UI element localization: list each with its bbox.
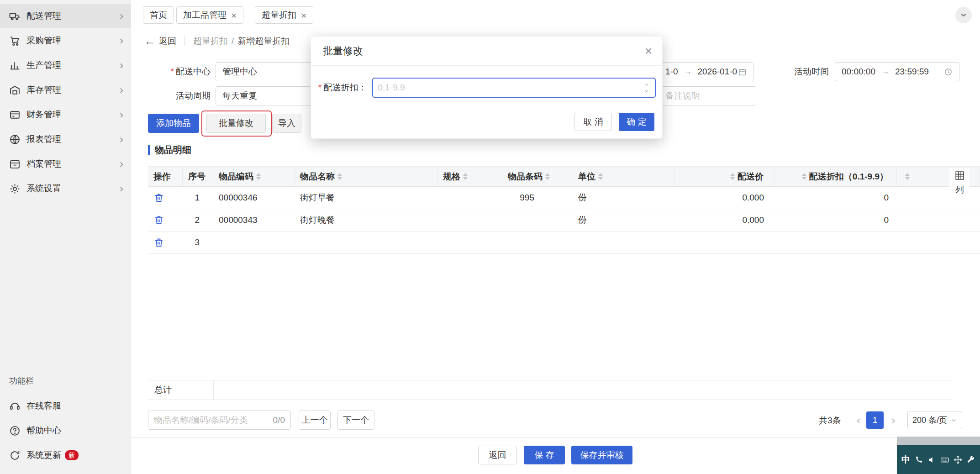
previous-button[interactable]: 上一个	[299, 411, 331, 430]
sidebar-item-system-update[interactable]: 系统更新 新	[0, 443, 131, 468]
column-header-spec[interactable]: 规格	[437, 167, 502, 186]
discount-input[interactable]	[373, 83, 638, 93]
update-icon	[9, 450, 21, 461]
sidebar-item-label: 在线客服	[26, 400, 61, 412]
collapse-tabs-button[interactable]	[955, 7, 972, 23]
column-header-operation: 操作	[148, 167, 183, 186]
item-search-input[interactable]	[154, 415, 269, 425]
move-icon[interactable]	[954, 455, 963, 464]
column-settings-button[interactable]: 列	[949, 168, 969, 197]
chevron-right-icon: ›	[120, 35, 123, 46]
app-root: 配送管理 › 采购管理 › 生产管理 › 库存	[0, 0, 980, 474]
modal-title: 批量修改	[323, 44, 363, 58]
cell-price	[674, 232, 775, 253]
cell-barcode	[502, 209, 566, 231]
activity-time-label: 活动时间	[792, 63, 829, 81]
sidebar-item-label: 系统更新	[26, 449, 61, 461]
sidebar-item-help-center[interactable]: 帮助中心	[0, 418, 131, 443]
cell-name	[295, 232, 437, 253]
clock-icon	[944, 68, 953, 76]
table-row: 2 00000343 街灯晚餐 份 0.000 0	[148, 209, 980, 232]
sidebar-function-section: 功能栏 在线客服 帮助中心 系统更新 新	[0, 375, 131, 468]
arrow-left-icon: ←	[144, 35, 155, 47]
sort-icon	[545, 173, 550, 180]
cancel-button[interactable]: 取 消	[574, 113, 612, 131]
report-globe-icon	[9, 134, 21, 145]
pagination-page-1[interactable]: 1	[866, 411, 884, 429]
pagination-prev-icon[interactable]: ‹	[853, 411, 864, 429]
page-size-value: 200 条/页	[912, 415, 947, 426]
phone-icon[interactable]	[914, 455, 923, 464]
column-header-unit[interactable]: 单位	[566, 167, 674, 186]
delete-row-button[interactable]	[153, 192, 165, 204]
tab-excess-discount[interactable]: 超量折扣 ×	[255, 6, 313, 24]
production-chart-icon	[9, 60, 21, 71]
number-spinner[interactable]	[638, 79, 655, 97]
sidebar-item-inventory[interactable]: 库存管理 ›	[0, 78, 131, 102]
sort-icon	[598, 173, 603, 180]
activity-time-range-picker[interactable]: 00:00:00 → 23:59:59	[835, 62, 959, 81]
delete-row-button[interactable]	[153, 237, 165, 248]
tab-processed-goods[interactable]: 加工品管理 ×	[176, 6, 243, 24]
cell-seq: 2	[183, 209, 213, 231]
remark-input[interactable]: 备注说明	[659, 86, 756, 105]
chevron-right-icon: ›	[120, 60, 123, 71]
sort-icon	[802, 173, 806, 180]
add-item-button[interactable]: 添加物品	[148, 114, 199, 133]
sidebar-item-reports[interactable]: 报表管理 ›	[0, 127, 131, 152]
sidebar-item-label: 报表管理	[26, 133, 61, 145]
save-and-audit-button[interactable]: 保存并审核	[571, 446, 632, 464]
sidebar-item-finance[interactable]: 财务管理 ›	[0, 102, 131, 127]
column-header-price[interactable]: 配送价	[674, 167, 775, 186]
tab-home[interactable]: 首页	[143, 6, 174, 24]
column-header-barcode[interactable]: 物品条码	[502, 167, 566, 186]
spinner-down-icon	[643, 89, 650, 93]
sidebar-item-production[interactable]: 生产管理 ›	[0, 53, 131, 78]
total-row-divider	[213, 380, 214, 400]
sidebar-item-purchase[interactable]: 采购管理 ›	[0, 28, 131, 53]
close-icon[interactable]: ×	[645, 45, 652, 58]
sidebar-item-archive[interactable]: 档案管理 ›	[0, 152, 131, 176]
tab-bar: 首页 加工品管理 × 超量折扣 ×	[131, 0, 980, 29]
column-header-name[interactable]: 物品名称	[295, 167, 437, 186]
sidebar-item-delivery[interactable]: 配送管理 ›	[0, 4, 131, 28]
breadcrumb-divider	[184, 37, 185, 46]
cell-code	[213, 232, 295, 253]
speaker-icon[interactable]	[927, 455, 937, 464]
batch-edit-button[interactable]: 批量修改	[206, 114, 266, 133]
sidebar-item-settings[interactable]: 系统设置 ›	[0, 176, 131, 201]
chevron-right-icon: ›	[120, 84, 123, 95]
close-icon[interactable]: ×	[301, 11, 306, 20]
back-link[interactable]: ← 返回	[144, 35, 176, 47]
confirm-button[interactable]: 确 定	[619, 113, 654, 131]
cell-price: 0.000	[674, 209, 775, 231]
breadcrumb-parent: 超量折扣	[193, 35, 228, 47]
cell-spec	[437, 187, 502, 209]
next-button[interactable]: 下一个	[337, 411, 374, 430]
column-header-discount[interactable]: 配送折扣（0.1-9.9）	[775, 167, 897, 186]
column-header-code[interactable]: 物品编码	[213, 167, 295, 186]
help-icon	[9, 425, 21, 437]
delete-row-button[interactable]	[153, 214, 165, 226]
items-table: 操作 序号 物品编码 物品名称 规格 物品条码 单位 配送价 配送折扣（0.1-…	[148, 166, 980, 254]
sidebar-item-online-service[interactable]: 在线客服	[0, 394, 131, 418]
sidebar-item-label: 系统设置	[26, 183, 61, 195]
finance-icon	[9, 109, 21, 121]
column-header-seq: 序号	[183, 167, 213, 186]
close-icon[interactable]: ×	[231, 11, 237, 20]
save-button[interactable]: 保 存	[524, 446, 565, 464]
cell-seq: 1	[183, 187, 213, 209]
keyboard-icon[interactable]	[940, 455, 949, 464]
import-button[interactable]: 导入	[272, 114, 301, 133]
language-indicator[interactable]: 中	[901, 454, 910, 466]
activity-date-range-picker[interactable]: 1-0 → 2026-01-0	[659, 62, 753, 81]
sort-icon	[730, 173, 735, 180]
table-row: 1 00000346 街灯早餐 995 份 0.000 0	[148, 187, 980, 209]
warehouse-icon	[9, 84, 21, 96]
wrench-icon[interactable]	[966, 455, 975, 464]
page-size-select[interactable]: 200 条/页	[907, 411, 962, 429]
cell-code: 00000343	[213, 209, 295, 231]
return-button[interactable]: 返回	[478, 446, 517, 464]
pagination-next-icon[interactable]: ›	[887, 411, 899, 429]
pagination-total: 共3条	[819, 415, 841, 427]
